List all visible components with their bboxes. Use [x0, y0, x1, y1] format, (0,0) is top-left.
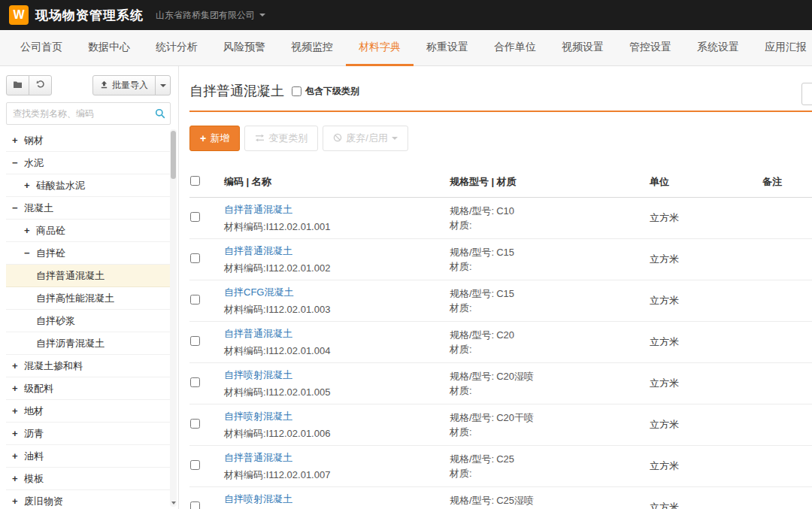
batch-import-caret-button[interactable] [155, 75, 171, 95]
upload-icon [100, 80, 108, 91]
material-name-link[interactable]: 自拌喷射混凝土 [224, 368, 292, 383]
material-code: 材料编码:I112.02.01.001 [224, 220, 444, 235]
tree-item[interactable]: + 混凝土掺和料 [6, 355, 171, 377]
tree-item[interactable]: 自拌沥青混凝土 [6, 332, 171, 355]
title-row: 自拌普通混凝土 包含下级类别 [189, 77, 812, 105]
folder-button[interactable] [6, 75, 29, 95]
tree-expander-icon[interactable]: + [12, 428, 24, 439]
sidebar-toolbar: 批量导入 [6, 75, 171, 95]
material-name-link[interactable]: 自拌普通混凝土 [224, 202, 292, 217]
nav-item[interactable]: 称重设置 [414, 30, 481, 66]
row-checkbox[interactable] [190, 419, 200, 429]
tree-expander-icon[interactable]: + [12, 450, 24, 462]
tree-item[interactable]: − 自拌砼 [6, 242, 171, 265]
row-checkbox[interactable] [190, 212, 200, 222]
tree-expander-icon[interactable]: + [12, 383, 24, 394]
tree-item-label: 级配料 [24, 382, 53, 395]
tree-item[interactable]: + 硅酸盐水泥 [6, 174, 171, 197]
material-code: 材料编码:I112.02.01.004 [224, 344, 444, 359]
tree-expander-icon[interactable]: + [12, 405, 24, 417]
chevron-down-icon [392, 137, 398, 140]
row-checkbox[interactable] [190, 336, 200, 346]
nav-item[interactable]: 应用汇报 [752, 30, 812, 66]
tree-item[interactable]: 自拌砂浆 [6, 310, 171, 332]
nav-item[interactable]: 数据中心 [75, 30, 143, 66]
nav-item[interactable]: 视频设置 [549, 30, 617, 66]
column-header-remark: 备注 [762, 175, 812, 189]
material-name-link[interactable]: 自拌普通混凝土 [224, 244, 292, 259]
keyword-search-input[interactable] [801, 83, 812, 105]
tree-item[interactable]: + 油料 [6, 445, 171, 468]
include-sub-label: 包含下级类别 [305, 85, 359, 98]
company-selector[interactable]: 山东省路桥集团有限公司 [156, 9, 265, 22]
table-row: 自拌普通混凝土 材料编码:I112.02.01.001 规格/型号:C10 材质… [189, 198, 812, 239]
nav-item[interactable]: 管控设置 [617, 30, 684, 66]
spec-value: C20湿喷 [496, 371, 534, 382]
tree-item[interactable]: − 混凝土 [6, 197, 171, 220]
nav-item[interactable]: 公司首页 [8, 30, 75, 66]
spec-prefix: 规格/型号: [450, 371, 494, 382]
tree-expander-icon[interactable]: + [12, 135, 24, 146]
category-search [6, 102, 171, 125]
tree-expander-icon[interactable]: + [12, 473, 24, 484]
add-button[interactable]: + 新增 [189, 126, 240, 151]
material-name-link[interactable]: 自拌普通混凝土 [224, 450, 292, 465]
sidebar-scrollbar [170, 129, 177, 507]
tree-item-label: 自拌沥青混凝土 [36, 337, 105, 350]
row-checkbox[interactable] [190, 253, 200, 263]
material-code-value: I112.02.01.005 [266, 386, 331, 398]
nav-item[interactable]: 统计分析 [143, 30, 211, 66]
tree-item[interactable]: 自拌高性能混凝土 [6, 287, 171, 310]
spec-prefix: 规格/型号: [450, 453, 494, 465]
material-code: 材料编码:I112.02.01.006 [224, 426, 444, 441]
spec-value: C20干喷 [496, 412, 534, 423]
category-tree: + 钢材 − 水泥 + 硅酸盐水泥 − 混凝土 [6, 129, 171, 509]
tree-item[interactable]: + 废旧物资 [6, 490, 171, 509]
unit-text: 立方米 [650, 294, 762, 308]
tree-item-label: 混凝土 [24, 201, 53, 215]
batch-import-button[interactable]: 批量导入 [92, 75, 156, 95]
change-category-button[interactable]: 变更类别 [244, 126, 318, 151]
include-sub-checkbox[interactable] [292, 86, 301, 96]
tree-item[interactable]: + 沥青 [6, 423, 171, 445]
refresh-button[interactable] [29, 75, 52, 95]
nav-item[interactable]: 视频监控 [278, 30, 346, 66]
material-name-link[interactable]: 自拌CFG混凝土 [224, 285, 293, 300]
scrollbar-down-arrow[interactable] [170, 498, 177, 507]
row-checkbox[interactable] [190, 377, 200, 387]
tree-expander-icon[interactable]: − [12, 157, 24, 168]
tree-item[interactable]: − 水泥 [6, 152, 171, 174]
spec-text: 规格/型号:C15 [450, 245, 644, 260]
nav-item[interactable]: 系统设置 [684, 30, 752, 66]
nav-item[interactable]: 材料字典 [346, 30, 414, 66]
select-all-checkbox[interactable] [190, 176, 200, 186]
row-checkbox[interactable] [190, 460, 200, 470]
unit-text: 立方米 [650, 459, 762, 473]
tree-expander-icon[interactable]: − [12, 202, 24, 214]
main-panel: 自拌普通混凝土 包含下级类别 + 新增 [179, 66, 812, 509]
tree-expander-icon[interactable]: + [12, 360, 24, 371]
tree-item[interactable]: + 模板 [6, 468, 171, 490]
app-logo-icon: W [9, 5, 29, 25]
category-search-input[interactable] [6, 102, 171, 125]
row-checkbox[interactable] [190, 501, 200, 509]
tree-expander-icon[interactable]: + [12, 495, 24, 507]
search-icon[interactable] [155, 108, 165, 122]
tree-expander-icon[interactable]: − [24, 247, 36, 259]
tree-item[interactable]: + 商品砼 [6, 220, 171, 242]
discard-enable-button[interactable]: 废弃/启用 [323, 126, 408, 151]
tree-expander-icon[interactable]: + [24, 180, 36, 191]
tree-expander-icon[interactable]: + [24, 225, 36, 236]
material-code-prefix: 材料编码: [224, 221, 266, 232]
nav-item[interactable]: 风险预警 [211, 30, 278, 66]
tree-item[interactable]: 自拌普通混凝土 [6, 265, 171, 287]
nav-item[interactable]: 合作单位 [481, 30, 549, 66]
material-name-link[interactable]: 自拌喷射混凝土 [224, 409, 292, 424]
material-name-link[interactable]: 自拌普通混凝土 [224, 326, 292, 341]
tree-item[interactable]: + 地材 [6, 400, 171, 423]
tree-item[interactable]: + 级配料 [6, 377, 171, 400]
row-checkbox[interactable] [190, 295, 200, 304]
tree-item[interactable]: + 钢材 [6, 129, 171, 152]
material-name-link[interactable]: 自拌喷射混凝土 [224, 492, 292, 507]
scrollbar-thumb[interactable] [171, 131, 176, 179]
